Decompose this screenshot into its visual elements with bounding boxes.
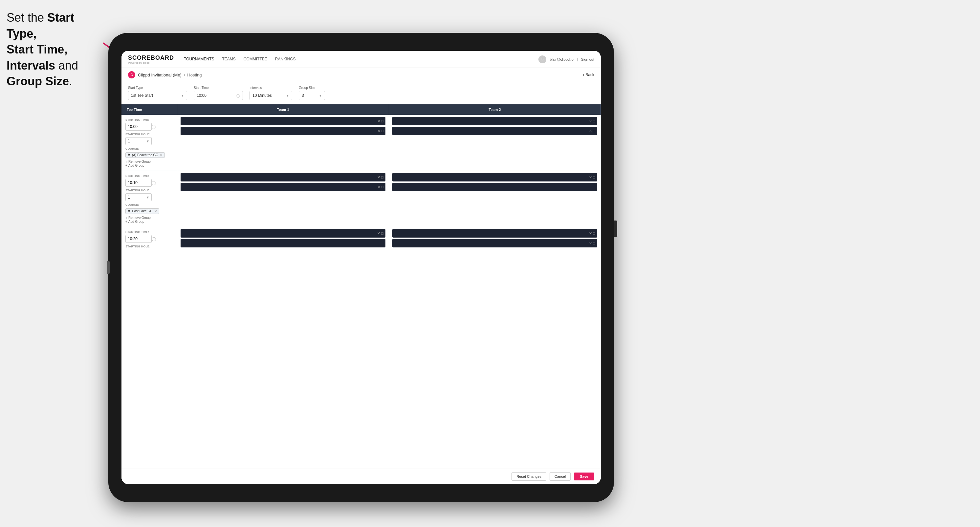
player-row-4-empty xyxy=(392,183,597,191)
player-remove-3-1[interactable]: ✕ □ xyxy=(377,175,383,179)
player-remove-2-2[interactable]: ✕ □ xyxy=(589,129,595,133)
course-label-1: COURSE: xyxy=(126,147,173,150)
course-tag-1: ⚑ (A) Peachtree GC ✕ xyxy=(126,152,165,158)
logo-text: SCOREBOARD xyxy=(128,54,174,61)
bottom-bar: Reset Changes Cancel Save xyxy=(121,468,601,484)
tee-left-2: STARTING TIME: ◯ STARTING HOLE: 1 ▼ COUR… xyxy=(121,171,177,227)
player-remove-5-1[interactable]: ✕ □ xyxy=(377,231,383,236)
nav-rankings[interactable]: RANKINGS xyxy=(275,56,296,63)
remove-group-2[interactable]: ○ Remove Group xyxy=(126,216,173,219)
group-size-value: 3 xyxy=(302,93,304,98)
start-type-value: 1st Tee Start xyxy=(131,93,153,98)
player-row-1-1: ✕ □ xyxy=(181,117,385,125)
starting-time-value-1: ◯ xyxy=(126,123,173,130)
starting-time-label-2: STARTING TIME: xyxy=(126,174,173,178)
start-time-value: 10:00 xyxy=(197,93,207,98)
player-remove-6-1[interactable]: ✕ □ xyxy=(589,231,595,236)
player-row-2-1: ✕ □ xyxy=(392,117,597,125)
nav-bar: SCOREBOARD Powered by clippd TOURNAMENTS… xyxy=(121,51,601,68)
starting-hole-label-1: STARTING HOLE: xyxy=(126,133,173,136)
starting-hole-select-1[interactable]: 1 ▼ xyxy=(126,137,152,145)
player-remove-2-1[interactable]: ✕ □ xyxy=(589,119,595,123)
settings-row: Start Type 1st Tee Start ▼ Start Time 10… xyxy=(121,82,601,104)
cancel-button[interactable]: Cancel xyxy=(550,472,571,481)
starting-time-input-1[interactable] xyxy=(126,123,152,130)
player-remove-6-2[interactable]: ✕ □ xyxy=(589,241,595,246)
group-size-label: Group Size xyxy=(299,86,325,90)
start-time-select[interactable]: 10:00 ◯ xyxy=(194,91,243,100)
player-row-6-2: ✕ □ xyxy=(392,239,597,248)
tee-group-1: STARTING TIME: ◯ STARTING HOLE: 1 ▼ COUR… xyxy=(121,115,601,171)
course-remove-2[interactable]: ✕ xyxy=(154,210,157,213)
starting-time-label-1: STARTING TIME: xyxy=(126,118,173,121)
start-type-select[interactable]: 1st Tee Start ▼ xyxy=(128,91,187,100)
starting-time-input-2[interactable] xyxy=(126,179,152,187)
starting-hole-select-2[interactable]: 1 ▼ xyxy=(126,193,152,201)
add-group-1[interactable]: + Add Group xyxy=(126,164,173,167)
user-avatar: B xyxy=(538,56,546,63)
starting-hole-label-2: STARTING HOLE: xyxy=(126,189,173,192)
player-remove-1-1[interactable]: ✕ □ xyxy=(377,119,383,123)
user-email: blair@clippd.io xyxy=(550,57,573,61)
logo-sub: Powered by clippd xyxy=(128,61,174,64)
logo: SCOREBOARD Powered by clippd xyxy=(128,54,174,64)
player-remove-4-1[interactable]: ✕ □ xyxy=(589,175,595,179)
nav-links: TOURNAMENTS TEAMS COMMITTEE RANKINGS xyxy=(184,56,538,63)
intervals-value: 10 Minutes xyxy=(253,93,272,98)
back-button[interactable]: ‹ Back xyxy=(583,73,594,77)
nav-committee[interactable]: COMMITTEE xyxy=(243,56,267,63)
group-size-select[interactable]: 3 ▼ xyxy=(299,91,325,100)
team2-cell-3: ✕ □ ✕ □ xyxy=(389,227,601,253)
tablet-side-button xyxy=(107,261,110,274)
time-icon-2: ◯ xyxy=(152,181,156,185)
course-icon-2: ⚑ xyxy=(128,210,130,213)
player-remove-3-2[interactable]: ✕ □ xyxy=(377,185,383,189)
table-header: Tee Time Team 1 Team 2 xyxy=(121,104,601,115)
nav-teams[interactable]: TEAMS xyxy=(222,56,235,63)
breadcrumb-section: Hosting xyxy=(187,73,202,78)
instruction-text: Set the Start Type, Start Time, Interval… xyxy=(6,10,105,90)
intervals-select[interactable]: 10 Minutes ▼ xyxy=(250,91,292,100)
start-time-arrow: ◯ xyxy=(236,94,240,97)
time-icon-1: ◯ xyxy=(152,124,156,129)
instruction-line3-normal: and xyxy=(55,59,78,72)
group-size-group: Group Size 3 ▼ xyxy=(299,86,325,100)
start-type-arrow: ▼ xyxy=(181,94,184,97)
th-tee-time: Tee Time xyxy=(121,104,177,115)
tablet-frame: SCOREBOARD Powered by clippd TOURNAMENTS… xyxy=(108,33,614,502)
team1-cell-3: ✕ □ xyxy=(177,227,389,253)
start-type-label: Start Type xyxy=(128,86,187,90)
player-remove-1-2[interactable]: ✕ □ xyxy=(377,129,383,133)
breadcrumb-bar: C Clippd Invitational (Me) › Hosting ‹ B… xyxy=(121,68,601,82)
team2-cell-1: ✕ □ ✕ □ xyxy=(389,115,601,171)
starting-time-input-3[interactable] xyxy=(126,235,152,243)
course-label-2: COURSE: xyxy=(126,203,173,206)
player-row-4-1: ✕ □ xyxy=(392,173,597,181)
hole-value-2: 1 xyxy=(128,195,130,200)
breadcrumb-tournament[interactable]: Clippd Invitational (Me) xyxy=(138,73,181,78)
course-icon-1: ⚑ xyxy=(128,153,130,157)
player-row-2-2: ✕ □ xyxy=(392,127,597,135)
remove-group-1[interactable]: ○ Remove Group xyxy=(126,160,173,163)
save-button[interactable]: Save xyxy=(574,473,594,480)
breadcrumb-icon: C xyxy=(128,71,135,78)
nav-tournaments[interactable]: TOURNAMENTS xyxy=(184,56,214,63)
course-remove-1[interactable]: ✕ xyxy=(160,153,162,157)
player-row-3-1: ✕ □ xyxy=(181,173,385,181)
intervals-arrow: ▼ xyxy=(286,94,289,97)
hole-value-1: 1 xyxy=(128,139,130,143)
player-row-5-empty xyxy=(181,239,385,248)
add-group-2[interactable]: + Add Group xyxy=(126,220,173,224)
tee-left-3: STARTING TIME: ◯ STARTING HOLE: xyxy=(121,227,177,253)
reset-button[interactable]: Reset Changes xyxy=(512,472,546,481)
th-team2: Team 2 xyxy=(389,104,601,115)
team2-cell-2: ✕ □ xyxy=(389,171,601,227)
sign-out-link[interactable]: Sign out xyxy=(581,57,594,61)
course-tag-2: ⚑ East Lake GC ✕ xyxy=(126,208,159,214)
th-team1: Team 1 xyxy=(177,104,389,115)
team1-cell-2: ✕ □ ✕ □ xyxy=(177,171,389,227)
time-icon-3: ◯ xyxy=(152,237,156,241)
player-row-6-1: ✕ □ xyxy=(392,229,597,238)
start-time-group: Start Time 10:00 ◯ xyxy=(194,86,243,100)
nav-right: B blair@clippd.io | Sign out xyxy=(538,56,594,63)
